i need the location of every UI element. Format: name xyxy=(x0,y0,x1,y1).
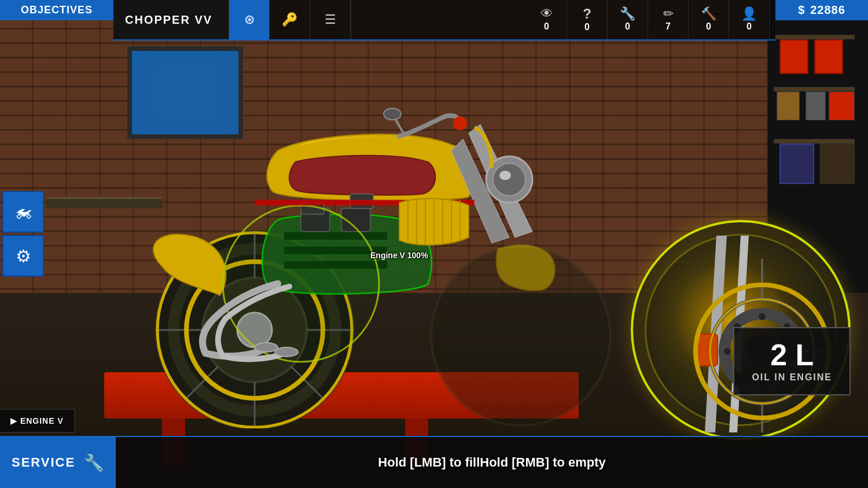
top-icon-view2[interactable]: 🔑 xyxy=(270,0,310,40)
game-background xyxy=(0,0,868,488)
engine-label: Engine V 100% xyxy=(370,251,428,260)
person-icon: 👤 xyxy=(741,8,757,20)
oil-amount-text: 2 L xyxy=(752,340,832,370)
svg-point-25 xyxy=(453,116,467,130)
svg-rect-52 xyxy=(697,334,718,366)
motorcycle-view-button[interactable]: 🏍 xyxy=(2,191,44,233)
money-bar: $ 22886 xyxy=(775,0,868,20)
svg-point-24 xyxy=(275,347,298,357)
engine-icon: ⚙ xyxy=(16,246,31,266)
bottom-hint-area: Hold [LMB] to fillHold [RMB] to empty xyxy=(116,455,868,470)
top-icon-view3[interactable]: ☰ xyxy=(310,0,351,40)
currency-symbol: $ xyxy=(798,3,804,17)
svg-point-22 xyxy=(224,207,378,361)
list-icon: ☰ xyxy=(325,13,336,26)
svg-point-27 xyxy=(384,108,401,120)
engine-view-button[interactable]: ⚙ xyxy=(2,235,44,277)
money-amount: 22886 xyxy=(810,3,845,17)
icon-group-help[interactable]: ? 0 xyxy=(567,0,608,40)
motorcycle-render xyxy=(35,35,642,428)
icon-group-wrench[interactable]: 🔧 0 xyxy=(608,0,648,40)
key-icon: 🔑 xyxy=(282,13,297,26)
eye-count: 0 xyxy=(544,21,549,32)
hint-text: Hold [LMB] to fillHold [RMB] to empty xyxy=(378,455,605,470)
icon-group-edit[interactable]: ✏ 7 xyxy=(648,0,689,40)
svg-point-46 xyxy=(724,348,731,355)
engine-label-text: Engine V 100% xyxy=(370,251,428,260)
eye-icon: 👁 xyxy=(540,8,553,20)
svg-point-29 xyxy=(493,163,525,196)
vehicle-name-panel: CHOPPER VV xyxy=(113,0,229,39)
top-bar: CHOPPER VV ⊛ 🔑 ☰ 👁 0 ? 0 🔧 0 ✏ xyxy=(113,0,775,41)
svg-point-38 xyxy=(431,246,610,425)
left-panel: 🏍 ⚙ xyxy=(0,191,46,277)
question-icon: ? xyxy=(583,7,591,21)
vehicle-name-text: CHOPPER VV xyxy=(125,13,212,27)
top-icons-group: 👁 0 ? 0 🔧 0 ✏ 7 🔨 0 👤 0 xyxy=(351,0,775,39)
svg-point-44 xyxy=(759,313,766,320)
service-label-text: SERVICE xyxy=(12,455,75,470)
objectives-button[interactable]: Objectives xyxy=(0,0,113,20)
svg-point-23 xyxy=(255,343,278,352)
oil-info-panel: 2 L OIL IN ENGINE xyxy=(733,327,851,395)
engine-tab-label: ENGINE V xyxy=(20,416,64,425)
objectives-label: Objectives xyxy=(21,4,93,16)
edit-count: 7 xyxy=(665,21,671,32)
hammer-count: 0 xyxy=(706,21,711,32)
svg-point-30 xyxy=(499,171,511,180)
icon-group-eye[interactable]: 👁 0 xyxy=(527,0,567,40)
wrench-screwdriver-icon: 🔧 xyxy=(84,453,104,472)
help-count: 0 xyxy=(584,22,590,32)
wrench-icon: 🔧 xyxy=(620,8,635,20)
top-icon-view1[interactable]: ⊛ xyxy=(229,0,270,40)
service-button[interactable]: SERVICE 🔧 xyxy=(0,437,116,488)
icon-group-person[interactable]: 👤 0 xyxy=(729,0,770,40)
icon-group-hammer[interactable]: 🔨 0 xyxy=(689,0,729,40)
motorcycle-icon: 🏍 xyxy=(14,202,32,222)
engine-tab[interactable]: ▶ ENGINE V xyxy=(0,409,75,433)
person-count: 0 xyxy=(746,21,752,32)
pencil-icon: ✏ xyxy=(663,8,674,20)
hammer-icon: 🔨 xyxy=(701,8,716,20)
engine-tab-arrow: ▶ xyxy=(10,416,20,425)
oil-label-text: OIL IN ENGINE xyxy=(752,372,832,383)
circle-lines-icon: ⊛ xyxy=(244,13,255,26)
wrench-count: 0 xyxy=(625,21,630,32)
bottom-bar: SERVICE 🔧 Hold [LMB] to fillHold [RMB] t… xyxy=(0,436,868,488)
